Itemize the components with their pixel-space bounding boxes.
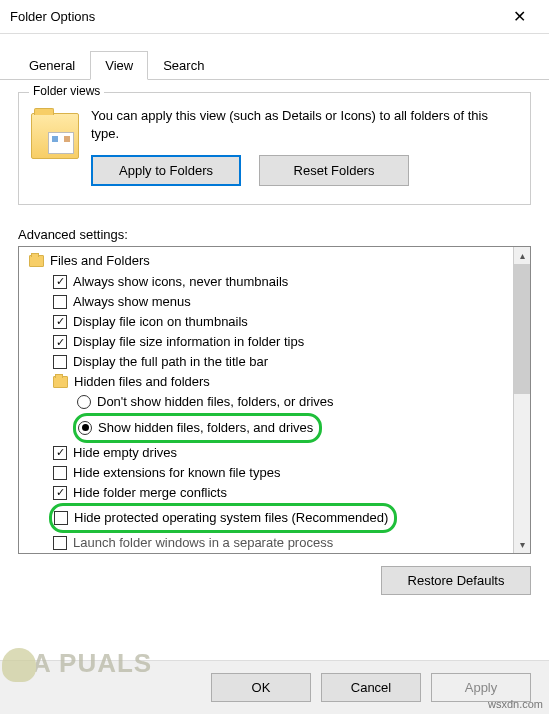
watermark-text: A PUALS <box>32 648 152 678</box>
tree-item-label: Launch folder windows in a separate proc… <box>73 533 333 553</box>
checkbox-icon[interactable]: ✓ <box>53 315 67 329</box>
highlight-annotation: Show hidden files, folders, and drives <box>73 413 322 443</box>
folder-views-legend: Folder views <box>29 84 104 98</box>
checkbox-icon[interactable] <box>53 536 67 550</box>
radio-icon[interactable] <box>77 395 91 409</box>
advanced-settings-tree[interactable]: Files and Folders✓Always show icons, nev… <box>18 246 531 554</box>
tree-item-label: Display file size information in folder … <box>73 332 304 352</box>
highlight-annotation: Hide protected operating system files (R… <box>49 503 397 533</box>
watermark: A PUALS <box>2 648 152 682</box>
scroll-up-button[interactable]: ▴ <box>514 247 530 264</box>
checkbox-icon[interactable] <box>53 355 67 369</box>
folder-icon <box>29 255 44 267</box>
tab-search[interactable]: Search <box>148 51 219 80</box>
tree-item[interactable]: Don't show hidden files, folders, or dri… <box>21 392 511 412</box>
folder-views-description: You can apply this view (such as Details… <box>91 107 518 143</box>
tree-item-label: Hide empty drives <box>73 443 177 463</box>
tree-item[interactable]: Hide protected operating system files (R… <box>21 503 511 533</box>
tree-item[interactable]: Hidden files and folders <box>21 372 511 392</box>
tab-view[interactable]: View <box>90 51 148 80</box>
tree-item[interactable]: Always show menus <box>21 292 511 312</box>
ok-button[interactable]: OK <box>211 673 311 702</box>
window-title: Folder Options <box>10 9 95 24</box>
tree-scrollbar[interactable]: ▴ ▾ <box>513 247 530 553</box>
tree-item[interactable]: Show hidden files, folders, and drives <box>21 413 511 443</box>
advanced-settings-label: Advanced settings: <box>18 227 531 242</box>
tree-item-label: Hide folder merge conflicts <box>73 483 227 503</box>
site-mark: wsxdn.com <box>488 698 543 710</box>
tree-item-label: Hide protected operating system files (R… <box>74 508 388 528</box>
tree-item[interactable]: ✓Display file icon on thumbnails <box>21 312 511 332</box>
folder-views-icon <box>31 113 79 159</box>
checkbox-icon[interactable]: ✓ <box>53 446 67 460</box>
tree-item[interactable]: ✓Display file size information in folder… <box>21 332 511 352</box>
folder-views-body: You can apply this view (such as Details… <box>91 107 518 186</box>
scroll-down-button[interactable]: ▾ <box>514 536 530 553</box>
cancel-button[interactable]: Cancel <box>321 673 421 702</box>
tree-item[interactable]: Display the full path in the title bar <box>21 352 511 372</box>
tree-item[interactable]: ✓Hide empty drives <box>21 443 511 463</box>
tree-item-label: Hide extensions for known file types <box>73 463 280 483</box>
titlebar: Folder Options ✕ <box>0 0 549 34</box>
apply-to-folders-button[interactable]: Apply to Folders <box>91 155 241 186</box>
tree-item-label: Hidden files and folders <box>74 372 210 392</box>
tree-item[interactable]: ✓Always show icons, never thumbnails <box>21 272 511 292</box>
scroll-track[interactable] <box>514 264 530 536</box>
watermark-icon <box>2 648 36 682</box>
tree-item[interactable]: Launch folder windows in a separate proc… <box>21 533 511 553</box>
checkbox-icon[interactable]: ✓ <box>53 335 67 349</box>
tree-item-label: Display the full path in the title bar <box>73 352 268 372</box>
scroll-thumb[interactable] <box>514 264 530 394</box>
restore-row: Restore Defaults <box>18 566 531 595</box>
close-button[interactable]: ✕ <box>499 2 539 32</box>
checkbox-icon[interactable]: ✓ <box>53 486 67 500</box>
tree-item-label: Always show menus <box>73 292 191 312</box>
tree-item-label: Show hidden files, folders, and drives <box>98 418 313 438</box>
radio-icon[interactable] <box>78 421 92 435</box>
checkbox-icon[interactable] <box>54 511 68 525</box>
tab-strip: General View Search <box>0 34 549 80</box>
checkbox-icon[interactable] <box>53 295 67 309</box>
tab-general[interactable]: General <box>14 51 90 80</box>
tree-item-label: Always show icons, never thumbnails <box>73 272 288 292</box>
restore-defaults-button[interactable]: Restore Defaults <box>381 566 531 595</box>
tree-item-label: Display file icon on thumbnails <box>73 312 248 332</box>
folder-views-group: Folder views You can apply this view (su… <box>18 92 531 205</box>
checkbox-icon[interactable] <box>53 466 67 480</box>
reset-folders-button[interactable]: Reset Folders <box>259 155 409 186</box>
tab-content: Folder views You can apply this view (su… <box>0 80 549 603</box>
close-icon: ✕ <box>513 7 526 26</box>
tree-item[interactable]: ✓Hide folder merge conflicts <box>21 483 511 503</box>
tree-item-label: Don't show hidden files, folders, or dri… <box>97 392 334 412</box>
checkbox-icon[interactable]: ✓ <box>53 275 67 289</box>
tree-root-label: Files and Folders <box>50 251 150 271</box>
folder-views-buttons: Apply to Folders Reset Folders <box>91 155 518 186</box>
tree-root[interactable]: Files and Folders <box>21 251 511 271</box>
tree-item[interactable]: Hide extensions for known file types <box>21 463 511 483</box>
folder-icon <box>53 376 68 388</box>
